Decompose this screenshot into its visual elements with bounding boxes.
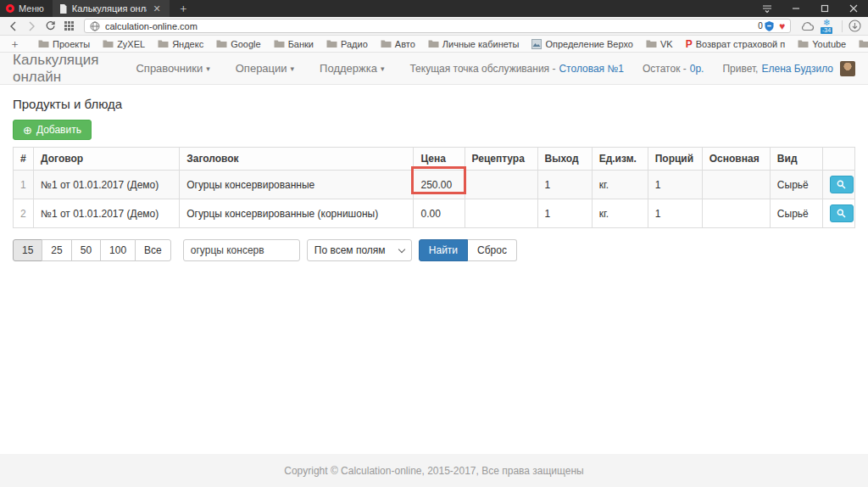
page-size-100[interactable]: 100 — [100, 239, 136, 261]
products-table-wrap: # Договор Заголовок Цена Рецептура Выход… — [13, 147, 855, 228]
nav-podderzhka[interactable]: Поддержка▾ — [320, 62, 384, 75]
col-title[interactable]: Заголовок — [180, 148, 414, 171]
cloud-sync-icon[interactable] — [800, 21, 815, 31]
caret-down-icon: ▾ — [206, 64, 210, 73]
back-button[interactable] — [5, 20, 20, 33]
forward-button[interactable] — [24, 20, 39, 33]
cell-portions: 1 — [648, 199, 702, 228]
url-text: calculation-online.com — [105, 21, 753, 31]
col-number[interactable]: # — [14, 148, 34, 171]
page-size-25[interactable]: 25 — [42, 239, 71, 261]
copyright-text: Copyright © Calculation-online, 2015-201… — [284, 465, 584, 477]
bookmark-item[interactable]: Проекты — [35, 39, 93, 49]
tab-close-icon[interactable]: ✕ — [152, 3, 163, 14]
col-output[interactable]: Выход — [537, 148, 592, 171]
plus-circle-icon: ⊕ — [23, 125, 32, 136]
service-point-link[interactable]: Столовая №1 — [559, 63, 624, 75]
add-bookmark-button[interactable]: ＋ — [7, 36, 23, 52]
bookmark-item[interactable]: Яндекс — [154, 39, 207, 49]
browser-tab-bar: Меню Калькуляция онлайн ✕ ＋ — [0, 0, 868, 17]
bookmark-item[interactable]: Youtube — [794, 39, 849, 49]
search-icon — [837, 180, 846, 189]
maximize-button[interactable] — [810, 0, 839, 17]
bookmark-item[interactable]: Радио — [323, 39, 371, 49]
col-contract[interactable]: Договор — [34, 148, 180, 171]
speed-dial-icon[interactable] — [61, 20, 76, 33]
cell-portions: 1 — [648, 171, 702, 199]
col-unit[interactable]: Ед.изм. — [592, 148, 648, 171]
tab-title: Калькуляция онлайн — [72, 3, 147, 14]
view-button[interactable] — [830, 176, 854, 193]
cell-price: 0.00 — [414, 199, 465, 228]
download-icon[interactable] — [849, 20, 861, 32]
bookmark-item[interactable]: Авто — [377, 39, 419, 49]
address-bar[interactable]: calculation-online.com 0 ♥ — [84, 19, 791, 33]
snowflake-icon: ❄ — [823, 18, 830, 27]
bookmark-item[interactable]: PВозврат страховой п — [682, 38, 789, 50]
bookmark-item[interactable]: Определение Верхо — [528, 39, 637, 49]
col-portions[interactable]: Порций — [648, 148, 702, 171]
col-kind[interactable]: Вид — [770, 148, 822, 171]
toolbar-divider — [842, 20, 843, 32]
greeting: Привет, Елена Будзило — [722, 61, 855, 76]
browser-toolbar: calculation-online.com 0 ♥ ❄ -34 — [0, 17, 868, 36]
folder-icon — [326, 39, 337, 48]
nav-spravochniki[interactable]: Справочники▾ — [136, 62, 209, 75]
cell-main — [702, 171, 770, 199]
site-footer: Copyright © Calculation-online, 2015-201… — [0, 454, 868, 487]
search-input[interactable] — [183, 239, 300, 261]
add-button[interactable]: ⊕ Добавить — [13, 120, 92, 140]
adblock-badge[interactable]: 0 — [758, 21, 774, 31]
col-price[interactable]: Цена — [414, 148, 465, 171]
balance-link[interactable]: 0р. — [690, 63, 704, 75]
page-size-15[interactable]: 15 — [13, 239, 42, 261]
minimize-button[interactable] — [782, 0, 810, 17]
field-select[interactable]: По всем полям — [307, 239, 412, 261]
opera-menu-button[interactable]: Меню — [0, 0, 53, 17]
folder-icon — [103, 39, 114, 48]
user-avatar[interactable] — [840, 61, 855, 76]
cell-output: 1 — [537, 171, 592, 199]
col-recipe[interactable]: Рецептура — [465, 148, 537, 171]
cell-title: Огурцы консервированные (корнишоны) — [180, 199, 414, 228]
col-main[interactable]: Основная — [702, 148, 770, 171]
bookmark-item[interactable]: Банки — [270, 39, 317, 49]
active-tab[interactable]: Калькуляция онлайн ✕ — [53, 0, 170, 17]
folder-icon — [798, 39, 809, 48]
bookmark-item[interactable]: Ali — [855, 39, 868, 49]
shield-icon — [765, 21, 774, 31]
new-tab-button[interactable]: ＋ — [170, 0, 198, 17]
page-size-all[interactable]: Все — [135, 239, 171, 261]
site-brand[interactable]: Калькуляция онлайн — [13, 52, 108, 86]
tab-menu-icon[interactable] — [753, 0, 782, 17]
browser-window: Меню Калькуляция онлайн ✕ ＋ — [0, 0, 868, 487]
reload-button[interactable] — [42, 20, 58, 33]
table-row: 1 №1 от 01.01.2017 (Демо) Огурцы консерв… — [14, 171, 855, 199]
bookmark-item[interactable]: ZyXEL — [99, 39, 148, 49]
page-icon — [59, 4, 67, 14]
reset-button[interactable]: Сброс — [468, 239, 517, 261]
folder-icon — [38, 39, 49, 48]
table-controls: 15 25 50 100 Все По всем полям Найти Сбр… — [13, 239, 855, 261]
tabbar-spacer — [198, 0, 753, 17]
cell-kind: Сырьё — [770, 199, 822, 228]
bookmarks-bar: ＋ Проекты ZyXEL Яндекс Google Банки Ради… — [0, 36, 868, 53]
page-title: Продукты и блюда — [13, 97, 855, 111]
adblock-count: 0 — [758, 21, 763, 31]
page-size-50[interactable]: 50 — [71, 239, 101, 261]
view-button[interactable] — [830, 204, 854, 222]
heart-bookmark-icon[interactable]: ♥ — [779, 21, 785, 31]
weather-extension-icon[interactable]: ❄ -34 — [821, 19, 836, 34]
table-header-row: # Договор Заголовок Цена Рецептура Выход… — [14, 148, 855, 171]
cell-unit: кг. — [592, 199, 648, 228]
user-link[interactable]: Елена Будзило — [761, 63, 833, 75]
cell-unit: кг. — [592, 171, 648, 199]
folder-icon — [381, 39, 392, 48]
close-window-button[interactable] — [839, 0, 868, 17]
bookmark-item[interactable]: Личные кабинеты — [425, 39, 523, 49]
site-navbar: Калькуляция онлайн Справочники▾ Операции… — [0, 53, 868, 85]
bookmark-item[interactable]: Google — [213, 39, 264, 49]
bookmark-item[interactable]: VK — [643, 39, 676, 49]
find-button[interactable]: Найти — [419, 239, 468, 261]
nav-operacii[interactable]: Операции▾ — [236, 62, 294, 75]
